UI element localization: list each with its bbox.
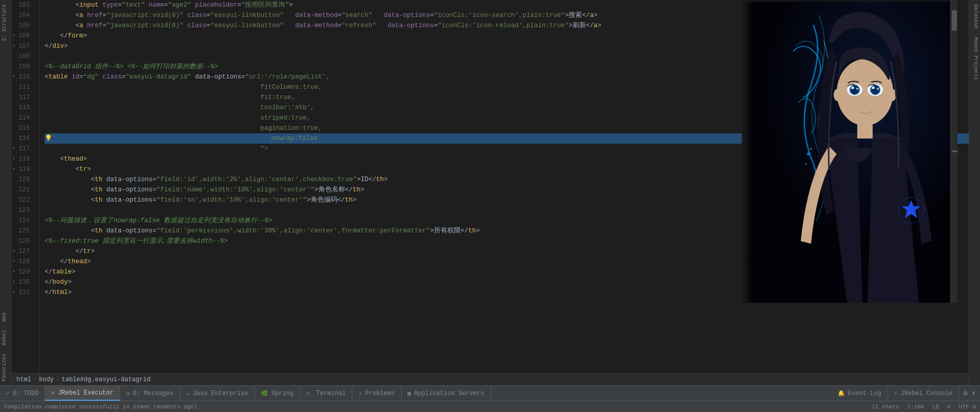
string-token: "search" (342, 10, 372, 21)
breadcrumb-item-body[interactable]: body (39, 376, 54, 383)
line-number-107: ▾107 (11, 41, 34, 51)
line-number-122: 122 (11, 195, 34, 205)
problems-icon: ⚠ (359, 390, 362, 397)
code-line-112[interactable]: fit:true, (45, 92, 969, 103)
plain-token: data-options= (103, 226, 157, 236)
code-line-108[interactable] (45, 51, 969, 62)
line-number-108: 108 (11, 51, 34, 62)
tab-terminal[interactable]: >_ Terminal (300, 386, 352, 401)
fold-icon-117[interactable]: ▾ (12, 144, 15, 154)
fold-icon-127[interactable]: ▾ (12, 246, 15, 257)
sidebar-item-favorites[interactable]: Favorites (0, 349, 11, 385)
line-number-103: 103 (11, 0, 34, 10)
code-line-105[interactable]: <a href="javascript:void(0)" class="easy… (45, 21, 969, 31)
code-line-110[interactable]: <table id="dg" class="easyui-datagrid" d… (45, 72, 969, 82)
tab-app-servers[interactable]: ▣ Application Servers (402, 386, 491, 401)
tab-event-log[interactable]: 🔔 Event Log (832, 386, 888, 401)
tab-jrebel-executor[interactable]: ⚡ JRebel Executor (45, 386, 120, 401)
plain-token: = (206, 10, 211, 21)
code-line-123[interactable] (45, 205, 969, 215)
code-line-127[interactable]: </tr> (45, 246, 969, 257)
code-line-126[interactable]: <%--fixed:true 固定列宽在一行显示,需要去掉width--%> (45, 236, 969, 246)
code-line-117[interactable]: "> (45, 144, 969, 154)
compilation-status: Compilation completed successfully in 23… (4, 404, 197, 410)
settings-icon[interactable]: ⚙ (963, 389, 967, 398)
code-editor[interactable]: 103104105▾106▾107108109▾1101111121131141… (11, 0, 969, 385)
tab-problems[interactable]: ⚠ Problems (352, 386, 401, 401)
attr-token: data-options (384, 10, 430, 21)
string-token: toolbar:'#tb', (45, 103, 314, 113)
plain-token: = (337, 21, 342, 31)
fold-icon-110[interactable]: ▾ (12, 72, 15, 82)
code-content[interactable]: <input type="text" name="age2" placehold… (40, 0, 969, 373)
fold-icon-118[interactable]: ▾ (12, 154, 15, 164)
fold-icon-131[interactable]: ▾ (12, 287, 15, 298)
scrollbar-thumb[interactable] (952, 10, 957, 31)
fold-icon-129[interactable]: ▾ (12, 267, 15, 277)
fold-icon-106[interactable]: ▾ (12, 31, 15, 41)
line-number-127: ▾127 (11, 246, 34, 257)
tab-spring[interactable]: 🌿 Spring (255, 386, 300, 401)
plain-token: = (122, 72, 126, 82)
tab-messages[interactable]: ✉ 0: Messages (120, 386, 180, 401)
plain-token: > (91, 246, 95, 257)
tab-todo[interactable]: ✓ 6: TODO (0, 386, 45, 401)
plain-token: </ (45, 41, 52, 51)
attr-token: data-options (388, 21, 434, 31)
code-line-111[interactable]: fitColumns:true, (45, 82, 969, 92)
tag-token: a (80, 10, 84, 21)
fold-icon-119[interactable]: ▾ (12, 164, 15, 174)
bottom-area: ✓ 6: TODO ⚡ JRebel Executor ✉ 0: Message… (0, 385, 980, 412)
breadcrumb-item-table[interactable]: table#dg.easyui-datagrid (62, 376, 150, 383)
line-number-111: 111 (11, 82, 34, 92)
code-line-115[interactable]: pagination:true, (45, 123, 969, 133)
plain-token: > (361, 185, 365, 195)
plain-token: >刷新</ (569, 21, 594, 31)
plain-token: < (45, 195, 95, 205)
code-line-130[interactable]: </body> (45, 277, 969, 287)
fold-icon-107[interactable]: ▾ (12, 41, 15, 51)
code-line-107[interactable]: </div> (45, 41, 969, 51)
tab-jrebel-label: JRebel Executor (58, 389, 114, 397)
string-token: "easyui-linkbutton" (211, 10, 284, 21)
sidebar-item-database[interactable]: Database (969, 0, 980, 33)
sidebar-item-structure[interactable]: Z: Structure (0, 0, 11, 45)
code-line-122[interactable]: <th data-options="field:'sn',width:'10%'… (45, 195, 969, 205)
tag-token: th (95, 185, 103, 195)
code-line-120[interactable]: <th data-options="field:'id',width:'2%',… (45, 174, 969, 185)
code-line-128[interactable]: </thead> (45, 257, 969, 267)
line-number-126: 126 (11, 236, 34, 246)
code-line-114[interactable]: striped:true, (45, 113, 969, 123)
sidebar-item-web[interactable]: Web (0, 308, 11, 326)
string-token: "age2" (168, 0, 191, 10)
editor-scrollbar[interactable] (950, 0, 957, 303)
tab-problems-label: Problems (365, 390, 395, 397)
tab-jrebel-console[interactable]: ⚡ JRebel Console (888, 386, 959, 401)
fold-icon-130[interactable]: ▾ (12, 277, 15, 287)
code-line-104[interactable]: <a href="javascript:void(0)" class="easy… (45, 10, 969, 21)
breadcrumb-item-html[interactable]: html (16, 376, 31, 383)
code-line-121[interactable]: <th data-options="field:'name',width:'10… (45, 185, 969, 195)
tab-java-enterprise[interactable]: ☕ Java Enterprise (180, 386, 255, 401)
code-line-106[interactable]: </form> (45, 31, 969, 41)
tag-token: th (95, 195, 103, 205)
code-line-125[interactable]: <th data-options="field:'permissions',wi… (45, 226, 969, 236)
code-line-109[interactable]: <%--dataGrid 组件--%> <%--如何打印封装的数据--%> (45, 62, 969, 72)
code-line-118[interactable]: <thead> (45, 154, 969, 164)
string-token: "field:'sn',width:'10%',align:'center'" (157, 195, 307, 205)
code-line-103[interactable]: <input type="text" name="age2" placehold… (45, 0, 969, 10)
scrollbar-line (952, 151, 957, 152)
code-line-124[interactable]: <%--问题描述，设置了nowrap:false 数据超过自定列宽没有自动换行-… (45, 215, 969, 226)
code-line-116[interactable]: 💡 nowrap:false (45, 133, 969, 144)
code-line-129[interactable]: </table> (45, 267, 969, 277)
plain-token: </ (45, 267, 52, 277)
code-line-119[interactable]: <tr> (45, 164, 969, 174)
sidebar-item-rebel[interactable]: Rebel (0, 326, 11, 349)
bottom-tabs: ✓ 6: TODO ⚡ JRebel Executor ✉ 0: Message… (0, 385, 980, 401)
string-token: "field:'permissions',width:'30%',align:'… (157, 226, 430, 236)
fold-icon-128[interactable]: ▾ (12, 257, 15, 267)
code-line-131[interactable]: </html> (45, 287, 969, 298)
sidebar-item-maven[interactable]: Maven Projects (969, 33, 980, 84)
expand-icon[interactable]: ⬆ (972, 389, 976, 398)
code-line-113[interactable]: toolbar:'#tb', (45, 103, 969, 113)
